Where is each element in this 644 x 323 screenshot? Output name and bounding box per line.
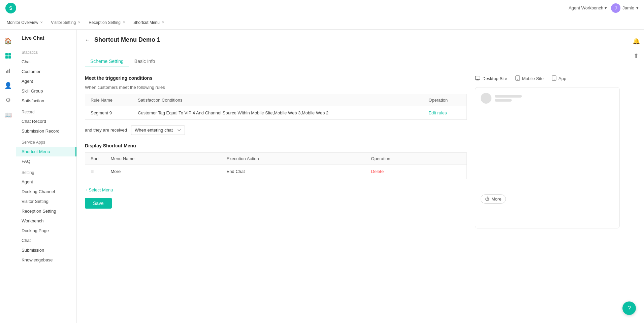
nav-item-docking-page[interactable]: Docking Page	[16, 226, 76, 236]
svg-rect-5	[7, 70, 8, 73]
left-column: Meet the triggering conditions When cust…	[85, 75, 467, 228]
top-bar: S Agent Workbench ▾ J Jamie ▾	[0, 0, 644, 16]
left-nav: Live Chat Statistics Chat Customer Agent…	[16, 30, 77, 323]
delete-button[interactable]: Delete	[371, 169, 384, 174]
table-row: Segment 9 Customer Tag Equal To VIP 4 An…	[85, 106, 467, 120]
preview-more-button: ⏻ More	[481, 194, 506, 204]
nav-item-docking-channel[interactable]: Docking Channel	[16, 187, 76, 196]
svg-rect-6	[9, 69, 10, 73]
nav-item-skill-group[interactable]: Skill Group	[16, 86, 76, 96]
nav-item-submission-record[interactable]: Submission Record	[16, 126, 76, 136]
tab-monitor-overview-close[interactable]: ✕	[40, 21, 43, 24]
trigger-table: Rule Name Satisfaction Conditions Operat…	[85, 94, 467, 120]
tab-visitor-setting-close[interactable]: ✕	[78, 21, 80, 24]
received-row: and they are received When entering chat	[85, 125, 467, 135]
svg-rect-2	[5, 56, 8, 59]
cell-menu-name: More	[105, 165, 221, 179]
notification-icon[interactable]: 🔔	[630, 35, 642, 47]
upload-icon[interactable]: ⬆	[630, 50, 642, 62]
svg-rect-4	[6, 71, 7, 73]
sidebar-icon-chart[interactable]	[2, 65, 14, 77]
col-operation: Operation	[423, 94, 466, 106]
col-menu-name: Menu Name	[105, 153, 221, 165]
user-menu[interactable]: J Jamie ▾	[611, 3, 639, 13]
agent-workbench-menu[interactable]: Agent Workbench ▾	[569, 5, 607, 10]
nav-item-workbench[interactable]: Workbench	[16, 216, 76, 226]
trigger-subtitle: When customers meet the following rules	[85, 85, 467, 90]
help-button[interactable]: ?	[622, 301, 636, 315]
save-button[interactable]: Save	[85, 198, 112, 209]
preview-chat-header	[481, 93, 614, 104]
nav-item-knowledgebase[interactable]: Knowledgebase	[16, 255, 76, 265]
right-column-preview: Desktop Site Mobile Site A	[475, 75, 620, 228]
nav-item-visitor-setting[interactable]: Visitor Setting	[16, 196, 76, 206]
sidebar-icon-settings[interactable]: ⚙	[2, 94, 14, 106]
drag-handle-icon[interactable]: ≡	[91, 169, 94, 175]
col-op: Operation	[366, 153, 467, 165]
notification-sidebar: 🔔 ⬆	[628, 30, 644, 323]
cell-conditions: Customer Tag Equal To VIP 4 And Channel …	[132, 106, 423, 120]
app-logo: S	[5, 3, 16, 13]
preview-tab-desktop[interactable]: Desktop Site	[475, 75, 507, 82]
page-title: Shortcut Menu Demo 1	[94, 36, 160, 43]
col-execution-action: Execution Action	[221, 153, 366, 165]
nav-item-faq[interactable]: FAQ	[16, 156, 76, 166]
preview-tabs: Desktop Site Mobile Site A	[475, 75, 620, 82]
sidebar-icon-book[interactable]: 📖	[2, 109, 14, 121]
nav-item-shortcut-menu[interactable]: Shortcut Menu	[16, 147, 76, 156]
nav-item-satisfaction[interactable]: Satisfaction	[16, 96, 76, 106]
preview-more-label: More	[491, 196, 502, 202]
tab-shortcut-menu-close[interactable]: ✕	[162, 21, 164, 24]
cell-operation: Edit rules	[423, 106, 466, 120]
back-button[interactable]: ←	[85, 37, 90, 43]
tab-monitor-overview[interactable]: Monitor Overview ✕	[3, 16, 47, 30]
content-inner: Scheme Setting Basic Info Meet the trigg…	[77, 49, 628, 235]
add-menu-label: + Select Menu	[85, 187, 113, 192]
nav-title: Live Chat	[16, 35, 76, 46]
sidebar-icon-grid[interactable]	[2, 50, 14, 62]
nav-item-setting-agent[interactable]: Agent	[16, 177, 76, 187]
svg-point-11	[554, 79, 554, 80]
sub-tab-basic-info[interactable]: Basic Info	[129, 56, 160, 67]
top-bar-right: Agent Workbench ▾ J Jamie ▾	[569, 3, 639, 13]
nav-item-reception-setting[interactable]: Reception Setting	[16, 206, 76, 216]
nav-item-setting-chat[interactable]: Chat	[16, 236, 76, 245]
preview-tab-app[interactable]: App	[552, 75, 566, 82]
col-sort: Sort	[85, 153, 105, 165]
received-value: When entering chat	[135, 128, 173, 133]
cell-execution-action: End Chat	[221, 165, 366, 179]
cell-sort: ≡	[85, 165, 105, 179]
tab-reception-setting[interactable]: Reception Setting ✕	[85, 16, 129, 30]
top-bar-left: S	[5, 3, 16, 13]
user-avatar: J	[611, 3, 620, 13]
nav-section-setting: Setting	[16, 166, 76, 177]
add-menu-button[interactable]: + Select Menu	[85, 185, 467, 195]
sub-tab-scheme-setting[interactable]: Scheme Setting	[85, 56, 129, 67]
preview-avatar	[481, 93, 491, 104]
desktop-icon	[475, 75, 480, 82]
cell-delete: Delete	[366, 165, 467, 179]
nav-item-chat-stats[interactable]: Chat	[16, 57, 76, 67]
agent-workbench-label: Agent Workbench	[569, 5, 603, 10]
shortcut-title: Display Shortcut Menu	[85, 143, 467, 148]
edit-rules-button[interactable]: Edit rules	[428, 110, 447, 115]
nav-item-chat-record[interactable]: Chat Record	[16, 116, 76, 126]
svg-rect-7	[475, 76, 480, 79]
icon-sidebar: 🏠 👤 ⚙ 📖	[0, 30, 16, 323]
received-select[interactable]: When entering chat	[131, 125, 185, 135]
nav-item-submission[interactable]: Submission	[16, 245, 76, 255]
nav-item-customer[interactable]: Customer	[16, 67, 76, 76]
preview-tab-app-label: App	[558, 76, 566, 81]
received-label: and they are received	[85, 128, 127, 133]
nav-item-agent[interactable]: Agent	[16, 76, 76, 86]
tab-reception-setting-close[interactable]: ✕	[123, 21, 125, 24]
nav-section-record: Record	[16, 106, 76, 116]
sidebar-icon-home[interactable]: 🏠	[2, 35, 14, 47]
tab-shortcut-menu[interactable]: Shortcut Menu ✕	[129, 16, 168, 30]
preview-chat-content	[481, 108, 614, 192]
tabs-row: Monitor Overview ✕ Visitor Setting ✕ Rec…	[0, 16, 644, 30]
preview-frame: ⏻ More	[475, 87, 620, 228]
sidebar-icon-user[interactable]: 👤	[2, 79, 14, 92]
preview-tab-mobile[interactable]: Mobile Site	[515, 75, 544, 82]
tab-visitor-setting[interactable]: Visitor Setting ✕	[47, 16, 85, 30]
